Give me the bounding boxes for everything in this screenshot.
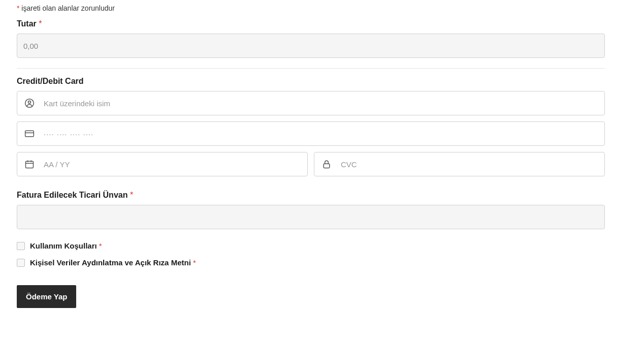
card-icon bbox=[24, 129, 35, 139]
submit-button[interactable]: Ödeme Yap bbox=[17, 285, 76, 308]
card-section: Credit/Debit Card bbox=[17, 77, 605, 176]
required-note-text: işareti olan alanlar zorunludur bbox=[19, 4, 115, 12]
divider bbox=[17, 68, 605, 69]
privacy-label: Kişisel Veriler Aydınlatma ve Açık Rıza … bbox=[30, 258, 196, 267]
amount-section: Tutar * bbox=[17, 19, 605, 58]
svg-rect-2 bbox=[25, 131, 34, 137]
billing-label-text: Fatura Edilecek Ticari Ünvan bbox=[17, 191, 130, 199]
billing-section: Fatura Edilecek Ticari Ünvan * bbox=[17, 191, 605, 229]
card-expiry-input[interactable] bbox=[44, 152, 300, 176]
card-cvc-wrapper bbox=[314, 152, 605, 176]
terms-checkbox-row: Kullanım Koşulları * bbox=[17, 241, 605, 250]
payment-form: * işareti olan alanlar zorunludur Tutar … bbox=[17, 4, 605, 308]
privacy-checkbox[interactable] bbox=[17, 259, 25, 267]
amount-label-text: Tutar bbox=[17, 19, 39, 28]
billing-input[interactable] bbox=[17, 205, 605, 229]
card-expiry-cvc-row bbox=[17, 152, 605, 176]
card-expiry-wrapper bbox=[17, 152, 308, 176]
required-marker: * bbox=[39, 19, 42, 28]
card-group bbox=[17, 91, 605, 176]
amount-input[interactable] bbox=[17, 34, 605, 58]
card-number-wrapper bbox=[17, 121, 605, 146]
svg-rect-4 bbox=[26, 161, 34, 168]
terms-checkbox[interactable] bbox=[17, 242, 25, 250]
privacy-checkbox-row: Kişisel Veriler Aydınlatma ve Açık Rıza … bbox=[17, 258, 605, 267]
privacy-label-text: Kişisel Veriler Aydınlatma ve Açık Rıza … bbox=[30, 258, 193, 267]
amount-label: Tutar * bbox=[17, 19, 605, 28]
required-marker: * bbox=[193, 258, 196, 267]
card-number-input[interactable] bbox=[44, 122, 597, 145]
svg-point-1 bbox=[28, 101, 31, 103]
card-name-wrapper bbox=[17, 91, 605, 115]
required-marker: * bbox=[130, 191, 133, 199]
lock-icon bbox=[321, 159, 332, 169]
person-icon bbox=[24, 98, 35, 108]
svg-rect-8 bbox=[324, 164, 330, 168]
required-fields-note: * işareti olan alanlar zorunludur bbox=[17, 4, 605, 12]
card-section-label: Credit/Debit Card bbox=[17, 77, 605, 86]
required-marker: * bbox=[99, 241, 102, 250]
billing-label: Fatura Edilecek Ticari Ünvan * bbox=[17, 191, 605, 200]
calendar-icon bbox=[24, 159, 35, 169]
terms-label-text: Kullanım Koşulları bbox=[30, 241, 99, 250]
card-cvc-input[interactable] bbox=[341, 152, 597, 176]
terms-label: Kullanım Koşulları * bbox=[30, 241, 102, 250]
card-name-input[interactable] bbox=[44, 91, 597, 115]
